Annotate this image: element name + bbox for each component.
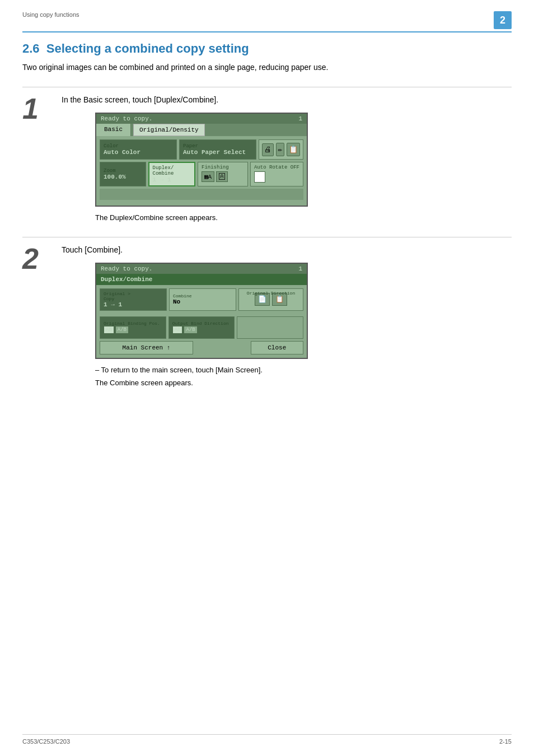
auto-rotate-box bbox=[254, 171, 265, 183]
bottom-bar: Main Screen ↑ Close bbox=[100, 341, 303, 354]
color-label: Color bbox=[104, 143, 119, 149]
finishing-icon-2[interactable]: 🄰 bbox=[216, 171, 228, 182]
screen-1: Ready to copy. 1 Basic Original/Density … bbox=[95, 113, 308, 207]
color-value: Auto Color bbox=[104, 149, 140, 156]
page-footer: C353/C253/C203 2-15 bbox=[22, 734, 512, 745]
duplex-label: Duplex/Combine bbox=[153, 165, 174, 176]
step-2-content: Touch [Combine]. Ready to copy. 1 Duplex… bbox=[62, 244, 512, 389]
icon-buttons-cell: 🖨 ✏️ 📋 bbox=[259, 139, 303, 160]
screen-1-tab-bar: Basic Original/Density bbox=[96, 124, 307, 136]
footer-page: 2-15 bbox=[499, 738, 512, 745]
step-1-content: In the Basic screen, touch [Duplex/Combi… bbox=[62, 94, 512, 223]
ab-box-1: AB bbox=[104, 326, 114, 334]
tab-basic[interactable]: Basic bbox=[96, 124, 131, 136]
output-bind-cell[interactable]: Output Bind Direction AB A/B bbox=[168, 316, 235, 339]
step-1-after-text: The Duplex/Combine screen appears. bbox=[95, 212, 512, 223]
section-title: 2.6 Selecting a combined copy setting bbox=[22, 41, 512, 56]
step-2: 2 Touch [Combine]. Ready to copy. 1 Dupl… bbox=[22, 237, 512, 389]
zoom-label: Zoom bbox=[104, 168, 116, 174]
screen-2-section-title: Duplex/Combine bbox=[96, 274, 307, 285]
dc-row1: Original >Copy 1 → 1 Combine No Original… bbox=[100, 288, 303, 311]
screen-1-status: Ready to copy. bbox=[101, 115, 152, 122]
step-1-number: 1 bbox=[22, 94, 56, 123]
finishing-icons: ▦A 🄰 bbox=[202, 171, 244, 182]
intro-text: Two original images can be combined and … bbox=[22, 62, 512, 73]
original-copy-label: Original >Copy bbox=[104, 291, 163, 301]
color-cell[interactable]: Color Auto Color bbox=[100, 139, 177, 160]
screen-2-page-count: 1 bbox=[298, 265, 302, 272]
combine-cell[interactable]: Combine No bbox=[169, 288, 236, 311]
output-bind-label: Output Bind Direction bbox=[172, 321, 231, 326]
combine-value: No bbox=[173, 298, 232, 305]
step-2-instruction: Touch [Combine]. bbox=[62, 244, 512, 256]
zoom-value: 100.0% bbox=[104, 174, 126, 180]
page-header: Using copy functions 2 bbox=[22, 11, 512, 32]
ab-icon-1: AB A/B bbox=[104, 326, 162, 334]
paper-label: Paper bbox=[183, 143, 198, 149]
ab-box-4: A/B bbox=[184, 326, 197, 334]
auto-rotate-label: Auto Rotate OFF bbox=[254, 165, 299, 170]
ab-box-2: A/B bbox=[115, 326, 129, 334]
original-copy-cell[interactable]: Original >Copy 1 → 1 bbox=[100, 288, 167, 311]
screen-2-status: Ready to copy. bbox=[101, 265, 152, 272]
icon-btn-3[interactable]: 📋 bbox=[287, 143, 300, 156]
step-1: 1 In the Basic screen, touch [Duplex/Com… bbox=[22, 87, 512, 223]
paper-cell[interactable]: Paper Auto Paper Select bbox=[179, 139, 256, 160]
spacer-btn bbox=[195, 341, 249, 354]
original-binding-cell[interactable]: Original Binding Pos. AB A/B bbox=[100, 316, 166, 339]
duplex-value: 1 → 1 bbox=[153, 176, 171, 183]
ab-box-3: AB bbox=[172, 326, 183, 334]
duplex-combine-cell[interactable]: Duplex/Combine 1 → 1 bbox=[148, 162, 196, 186]
screen-2-status-bar: Ready to copy. 1 bbox=[96, 264, 307, 274]
step-2-after-text: The Combine screen appears. bbox=[95, 377, 512, 389]
screen-1-row2: Zoom 100.0% Duplex/Combine 1 → 1 Finishi… bbox=[100, 162, 303, 186]
empty-cell bbox=[237, 316, 303, 339]
original-copy-value: 1 → 1 bbox=[104, 301, 163, 308]
original-direction-label: Original Direction bbox=[247, 291, 295, 296]
step-2-number: 2 bbox=[22, 244, 56, 273]
screen-1-page-count: 1 bbox=[298, 115, 302, 122]
screen-1-status-bar: Ready to copy. 1 bbox=[96, 114, 307, 124]
main-screen-button[interactable]: Main Screen ↑ bbox=[100, 341, 193, 354]
breadcrumb: Using copy functions bbox=[22, 11, 79, 18]
tab-original-density[interactable]: Original/Density bbox=[133, 124, 205, 136]
finishing-label: Finishing bbox=[202, 165, 244, 170]
footer-model: C353/C253/C203 bbox=[22, 738, 70, 745]
icon-btn-1[interactable]: 🖨 bbox=[262, 143, 274, 156]
close-button[interactable]: Close bbox=[251, 341, 304, 354]
combine-label: Combine bbox=[173, 293, 232, 298]
dc-row2: Original Binding Pos. AB A/B Output Bind… bbox=[100, 316, 303, 339]
screen-1-body: Color Auto Color Paper Auto Paper Select… bbox=[96, 136, 307, 206]
ab-icon-2: AB A/B bbox=[172, 326, 231, 334]
screen-2-body: Original >Copy 1 → 1 Combine No Original… bbox=[96, 285, 307, 358]
auto-rotate-cell[interactable]: Auto Rotate OFF bbox=[250, 162, 303, 186]
step-2-after-note: – To return to the main screen, touch [M… bbox=[95, 365, 512, 376]
screen-1-empty-row bbox=[100, 189, 303, 200]
icon-btn-2[interactable]: ✏️ bbox=[276, 143, 285, 156]
original-direction-cell[interactable]: Original Direction 📄 📋 bbox=[238, 288, 303, 311]
chapter-number: 2 bbox=[494, 11, 512, 29]
paper-value: Auto Paper Select bbox=[183, 149, 246, 156]
screen-2: Ready to copy. 1 Duplex/Combine Original… bbox=[95, 263, 308, 359]
original-binding-label: Original Binding Pos. bbox=[104, 321, 162, 326]
zoom-cell[interactable]: Zoom 100.0% bbox=[100, 162, 146, 186]
finishing-cell[interactable]: Finishing ▦A 🄰 bbox=[198, 162, 248, 186]
finishing-icon-1[interactable]: ▦A bbox=[202, 171, 214, 182]
step-1-instruction: In the Basic screen, touch [Duplex/Combi… bbox=[62, 94, 512, 106]
screen-1-row1: Color Auto Color Paper Auto Paper Select… bbox=[100, 139, 303, 160]
